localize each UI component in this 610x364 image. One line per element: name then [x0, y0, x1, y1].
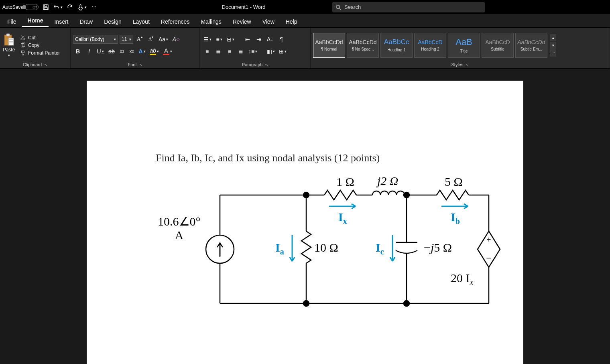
italic-button[interactable]: I — [84, 47, 94, 56]
sort-button[interactable]: A↓ — [265, 35, 275, 44]
strikethrough-button[interactable]: ab — [107, 47, 116, 56]
tab-references[interactable]: References — [155, 16, 195, 27]
search-input[interactable]: Search — [332, 2, 485, 12]
redo-icon[interactable] — [65, 2, 75, 12]
save-icon[interactable] — [41, 2, 51, 12]
copy-button[interactable]: Copy — [18, 42, 61, 49]
font-name-select[interactable]: Calibri (Body)▾ — [73, 35, 118, 44]
style-subtitle[interactable]: AaBbCcDSubtitle — [482, 33, 514, 58]
group-styles: AaBbCcDd¶ Normal AaBbCcDd¶ No Spac... Aa… — [311, 28, 610, 68]
clipboard-group-label: Clipboard — [23, 62, 42, 67]
svg-rect-1 — [45, 5, 47, 6]
cut-button[interactable]: Cut — [18, 35, 61, 41]
increase-indent-button[interactable]: ⇥ — [254, 35, 264, 44]
style-subtle-emphasis[interactable]: AaBbCcDdSubtle Em... — [515, 33, 547, 58]
style-no-spacing[interactable]: AaBbCcDd¶ No Spac... — [347, 33, 379, 58]
svg-line-4 — [340, 8, 341, 10]
ib-label: Ib — [451, 210, 460, 226]
r1-label: 1 Ω — [336, 175, 354, 189]
tab-mailings[interactable]: Mailings — [195, 16, 227, 27]
align-left-button[interactable]: ≡ — [202, 47, 212, 56]
l1-label: j2 Ω — [377, 174, 399, 188]
vdep-label: 20 Ix — [451, 271, 473, 287]
svg-rect-6 — [6, 34, 10, 36]
shrink-font-button[interactable]: A▾ — [146, 35, 156, 44]
paragraph-group-label: Paragraph — [242, 62, 262, 67]
styles-launcher-icon[interactable]: ⤡ — [466, 63, 469, 67]
touch-mode-icon[interactable]: ▾ — [77, 2, 87, 12]
tab-home[interactable]: Home — [22, 15, 49, 27]
tab-review[interactable]: Review — [227, 16, 257, 27]
style-title[interactable]: AaBTitle — [448, 33, 480, 58]
svg-text:−: − — [486, 253, 492, 263]
svg-rect-2 — [44, 8, 47, 10]
undo-icon[interactable]: ▾ — [53, 2, 63, 12]
bold-button[interactable]: B — [73, 47, 83, 56]
subscript-button[interactable]: x2 — [118, 47, 126, 56]
svg-point-11 — [21, 38, 22, 40]
tab-view[interactable]: View — [257, 16, 280, 27]
text-effects-button[interactable]: A▾ — [137, 47, 147, 56]
styles-scroll[interactable]: ▴▾⋯ — [550, 34, 556, 57]
highlight-button[interactable]: ab▾ — [148, 47, 160, 56]
cut-icon — [20, 35, 26, 41]
group-font: Calibri (Body)▾ 11▾ A▴ A▾ Aa▾ A◇ B I U▾ … — [71, 28, 200, 68]
clear-formatting-button[interactable]: A◇ — [171, 35, 181, 44]
style-heading-1[interactable]: AaBbCcHeading 1 — [380, 33, 413, 58]
format-painter-button[interactable]: Format Painter — [18, 50, 61, 56]
ribbon: Paste ▾ Cut Copy Format Painter Clipboar… — [0, 28, 610, 69]
ix-label: Ix — [338, 210, 347, 226]
svg-rect-7 — [8, 38, 14, 45]
style-heading-2[interactable]: AaBbCcDHeading 2 — [414, 33, 446, 58]
numbering-button[interactable]: ≡▾ — [214, 35, 224, 44]
ia-label: Ia — [275, 241, 284, 256]
circuit-diagram: + − 10.6∠0° A 1 — [156, 171, 501, 323]
bullets-button[interactable]: ☰▾ — [202, 35, 213, 44]
paste-button[interactable]: Paste ▾ — [2, 33, 15, 57]
problem-text: Find Ia, Ib, Ic, and Ix using nodal anal… — [156, 152, 380, 164]
ribbon-tabs: File Home Insert Draw Design Layout Refe… — [0, 14, 610, 28]
format-painter-icon — [20, 50, 26, 56]
document-workspace: Find Ia, Ib, Ic, and Ix using nodal anal… — [0, 69, 610, 364]
align-center-button[interactable]: ≣ — [214, 47, 223, 56]
svg-point-3 — [336, 5, 340, 8]
justify-button[interactable]: ≣ — [236, 47, 246, 56]
font-size-select[interactable]: 11▾ — [120, 35, 133, 44]
tab-draw[interactable]: Draw — [74, 16, 98, 27]
multilevel-button[interactable]: ⊟▾ — [226, 35, 236, 44]
ic-label: Ic — [376, 241, 384, 256]
autosave-toggle[interactable]: AutoSave Off — [2, 4, 39, 10]
align-right-button[interactable]: ≡ — [225, 47, 234, 56]
svg-text:+: + — [486, 235, 491, 244]
show-marks-button[interactable]: ¶ — [277, 35, 286, 44]
font-color-button[interactable]: A▾ — [162, 47, 173, 56]
change-case-button[interactable]: Aa▾ — [157, 35, 169, 44]
search-icon — [336, 4, 341, 10]
tab-help[interactable]: Help — [280, 16, 303, 27]
title-bar: AutoSave Off ▾ ▾ ⋯ Document1 - Word Sear… — [0, 0, 610, 14]
tab-layout[interactable]: Layout — [127, 16, 155, 27]
superscript-button[interactable]: x2 — [128, 47, 136, 56]
styles-group-label: Styles — [451, 62, 464, 67]
clipboard-launcher-icon[interactable]: ⤡ — [44, 63, 47, 67]
underline-button[interactable]: U▾ — [96, 47, 105, 56]
style-normal[interactable]: AaBbCcDd¶ Normal — [313, 33, 345, 58]
document-title: Document1 - Word — [157, 4, 330, 10]
decrease-indent-button[interactable]: ⇤ — [243, 35, 252, 44]
line-spacing-button[interactable]: ↕≡▾ — [247, 47, 258, 56]
tab-design[interactable]: Design — [98, 16, 127, 27]
tab-insert[interactable]: Insert — [49, 16, 74, 27]
group-paragraph: ☰▾ ≡▾ ⊟▾ ⇤ ⇥ A↓ ¶ ≡ ≣ ≡ ≣ ↕≡▾ ◧▾ — [200, 28, 311, 68]
document-page[interactable]: Find Ia, Ib, Ic, and Ix using nodal anal… — [87, 81, 523, 364]
borders-button[interactable]: ⊞▾ — [278, 47, 288, 56]
r5-label: 5 Ω — [445, 175, 463, 189]
customize-qat-icon[interactable]: ⋯ — [89, 2, 99, 12]
paragraph-launcher-icon[interactable]: ⤡ — [265, 63, 268, 67]
grow-font-button[interactable]: A▴ — [135, 35, 144, 44]
copy-icon — [20, 43, 26, 48]
tab-file[interactable]: File — [2, 16, 22, 27]
cap-label: −j5 Ω — [424, 241, 452, 254]
svg-line-13 — [22, 35, 24, 38]
shading-button[interactable]: ◧▾ — [266, 47, 276, 56]
font-launcher-icon[interactable]: ⤡ — [139, 63, 142, 67]
